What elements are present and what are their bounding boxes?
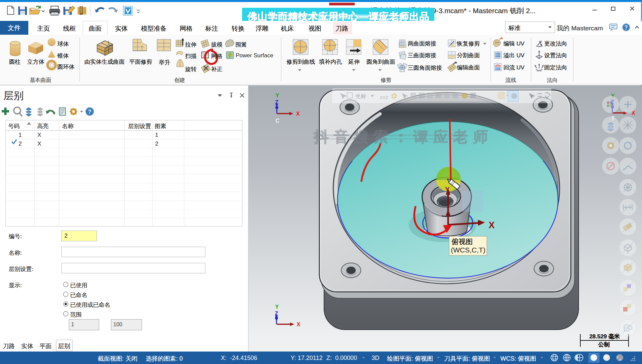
- svg-text:Y: Y: [275, 93, 279, 98]
- svg-text:?: ?: [88, 109, 91, 115]
- svg-text:光标: 光标: [355, 93, 366, 99]
- svg-text:X: X: [297, 322, 300, 327]
- svg-text:抖音搜索：谭应老师: 抖音搜索：谭应老师: [313, 128, 493, 145]
- svg-text:28.529 毫米: 28.529 毫米: [589, 333, 620, 340]
- svg-text:俯视图: 俯视图: [451, 238, 473, 245]
- svg-text:X: X: [296, 111, 300, 117]
- svg-text:(WCS,C,T): (WCS,C,T): [451, 246, 486, 254]
- svg-text:Y: Y: [445, 186, 450, 193]
- svg-text:?: ?: [624, 25, 628, 30]
- svg-text:Y: Y: [275, 304, 279, 310]
- svg-text:公制: 公制: [598, 341, 610, 348]
- svg-text:C: C: [275, 118, 280, 124]
- svg-text:XYZ: XYZ: [380, 95, 388, 100]
- svg-text:X: X: [489, 220, 495, 230]
